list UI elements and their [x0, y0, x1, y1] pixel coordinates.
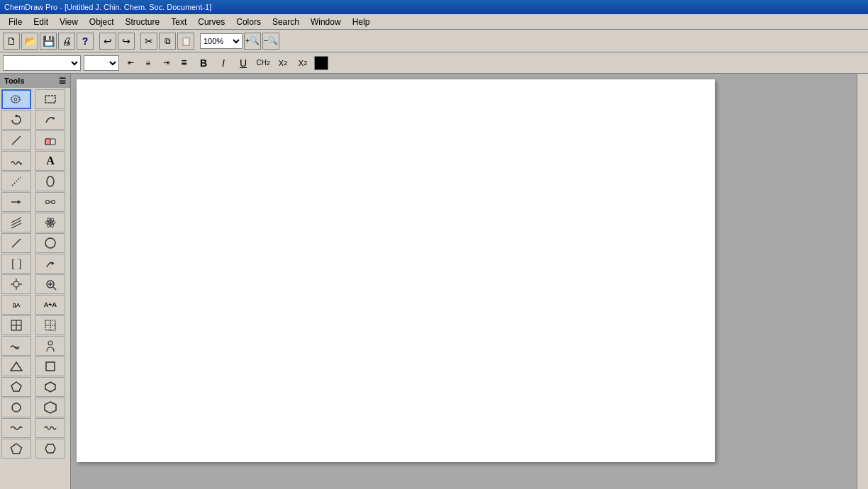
- person-tool[interactable]: [35, 336, 65, 356]
- canvas-area[interactable]: [71, 74, 857, 489]
- bracket-tool[interactable]: [ ]: [1, 254, 31, 274]
- tools-grid: A: [0, 88, 70, 460]
- pentagon-tool[interactable]: [1, 439, 31, 459]
- bold-button[interactable]: B: [195, 55, 212, 71]
- atom-tool[interactable]: [35, 213, 65, 232]
- font-size-tool[interactable]: A+A: [35, 295, 65, 315]
- circle-shape-tool[interactable]: [35, 233, 65, 253]
- align-left-button[interactable]: ⇤: [122, 55, 139, 71]
- lasso-select-tool[interactable]: [1, 89, 31, 109]
- tools-panel: Tools ☰: [0, 74, 71, 489]
- dash-bond-tool[interactable]: [1, 172, 31, 191]
- square-tool[interactable]: [35, 356, 65, 376]
- circle2-tool[interactable]: [1, 398, 31, 417]
- wave3-tool[interactable]: [35, 418, 65, 438]
- cut-button[interactable]: ✂: [140, 33, 157, 50]
- curved-arrow-tool[interactable]: [35, 254, 65, 274]
- svg-marker-43: [11, 362, 22, 371]
- new-button[interactable]: 🗋: [3, 33, 20, 50]
- eraser-tool[interactable]: [35, 130, 65, 150]
- wave2-tool[interactable]: [1, 418, 31, 438]
- menu-colors[interactable]: Colors: [230, 16, 267, 28]
- italic-button[interactable]: I: [215, 55, 232, 71]
- svg-point-18: [49, 221, 52, 224]
- menu-curves[interactable]: Curves: [192, 16, 230, 28]
- svg-line-15: [11, 220, 21, 225]
- align-center-button[interactable]: ≡: [140, 55, 157, 71]
- canvas-paper[interactable]: [77, 79, 715, 462]
- menu-view[interactable]: View: [54, 16, 84, 28]
- svg-point-12: [46, 201, 50, 204]
- svg-line-22: [12, 239, 21, 247]
- open-button[interactable]: 📂: [21, 33, 38, 50]
- svg-line-32: [53, 287, 56, 290]
- right-scrollbar[interactable]: [857, 74, 868, 489]
- svg-line-5: [12, 136, 21, 145]
- print-button[interactable]: 🖨: [58, 33, 75, 50]
- subscript-button[interactable]: X2: [274, 55, 291, 71]
- align-right-button[interactable]: ⇥: [157, 55, 174, 71]
- table-tool[interactable]: [1, 315, 31, 335]
- size-select[interactable]: 8 10 12 14: [84, 55, 119, 71]
- underline-button[interactable]: U: [235, 55, 252, 71]
- menu-object[interactable]: Object: [84, 16, 120, 28]
- svg-marker-50: [45, 444, 55, 453]
- hexagon-sm-tool[interactable]: [35, 377, 65, 397]
- paste-button[interactable]: 📋: [177, 33, 194, 50]
- small-circle-tool[interactable]: [1, 377, 31, 397]
- svg-point-9: [47, 176, 54, 186]
- help-button[interactable]: ?: [77, 33, 94, 50]
- menu-edit[interactable]: Edit: [28, 16, 54, 28]
- chain-tool[interactable]: [35, 192, 65, 212]
- svg-line-16: [11, 218, 21, 223]
- wavy-bond-tool[interactable]: [1, 151, 31, 171]
- toolbar: 🗋 📂 💾 🖨 ? ↩ ↪ ✂ ⧉ 📋 50% 75% 100% 125% 15…: [0, 30, 868, 52]
- svg-point-26: [13, 281, 19, 287]
- svg-point-42: [48, 341, 52, 345]
- svg-line-17: [11, 223, 21, 228]
- menu-help[interactable]: Help: [347, 16, 376, 28]
- rotate-tool[interactable]: [1, 110, 31, 130]
- scale-tool[interactable]: [1, 274, 31, 294]
- align-justify-button[interactable]: ≣: [175, 55, 192, 71]
- triangle-tool[interactable]: [1, 356, 31, 376]
- text-tool[interactable]: A: [35, 151, 65, 171]
- svg-point-1: [14, 98, 17, 101]
- wave-tool[interactable]: [1, 336, 31, 356]
- zoom-out-button[interactable]: −🔍: [262, 33, 279, 50]
- hexagon-flat-tool[interactable]: [35, 439, 65, 459]
- redo-button[interactable]: ↪: [118, 33, 135, 50]
- curve-arrow-tool[interactable]: [35, 110, 65, 130]
- menu-file[interactable]: File: [3, 16, 28, 28]
- save-button[interactable]: 💾: [40, 33, 57, 50]
- tools-header: Tools ☰: [0, 74, 70, 88]
- lasso2-tool[interactable]: [35, 172, 65, 191]
- menu-window[interactable]: Window: [305, 16, 347, 28]
- subscript-tool[interactable]: aA: [1, 295, 31, 315]
- multi-bond-tool[interactable]: [1, 213, 31, 232]
- menu-search[interactable]: Search: [267, 16, 305, 28]
- menu-text[interactable]: Text: [165, 16, 192, 28]
- svg-marker-45: [11, 382, 21, 391]
- chem-formula-button[interactable]: CH2: [255, 55, 272, 71]
- zoom-select[interactable]: 50% 75% 100% 125% 150% 200%: [200, 33, 243, 49]
- menu-structure[interactable]: Structure: [120, 16, 166, 28]
- single-bond-tool[interactable]: [1, 130, 31, 150]
- grid-tool[interactable]: [35, 315, 65, 335]
- copy-button[interactable]: ⧉: [159, 33, 176, 50]
- single-line-tool[interactable]: [1, 233, 31, 253]
- main-layout: Tools ☰: [0, 74, 868, 489]
- rect-select-tool[interactable]: [35, 89, 65, 109]
- zoom-point-tool[interactable]: [35, 274, 65, 294]
- undo-button[interactable]: ↩: [99, 33, 116, 50]
- font-select[interactable]: Arial Times New Roman Helvetica: [3, 55, 81, 71]
- svg-marker-11: [18, 200, 21, 204]
- tools-menu-icon[interactable]: ☰: [59, 77, 66, 86]
- hexagon-lg-tool[interactable]: [35, 398, 65, 417]
- color-swatch[interactable]: [314, 56, 328, 70]
- svg-text:[ ]: [ ]: [11, 258, 22, 270]
- arrow-right-tool[interactable]: [1, 192, 31, 212]
- zoom-in-button[interactable]: +🔍: [244, 33, 261, 50]
- svg-rect-2: [45, 96, 55, 103]
- superscript-button[interactable]: X2: [294, 55, 311, 71]
